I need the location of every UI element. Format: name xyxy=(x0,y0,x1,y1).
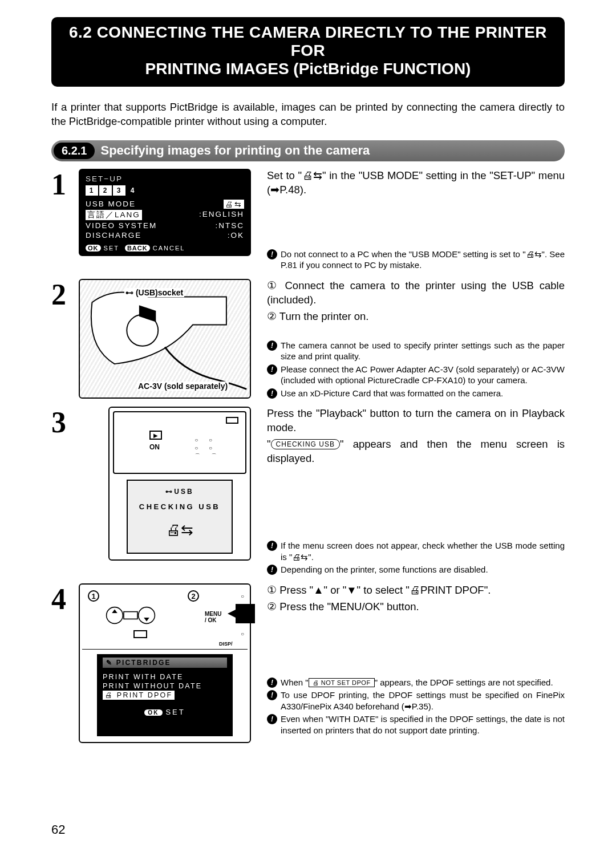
lcd-pictbridge-menu: ✎ PICTBRIDGE PRINT WITH DATE PRINT WITHO… xyxy=(97,654,233,736)
step2-instruction-2: ② Turn the printer on. xyxy=(267,310,565,324)
row-video: VIDEO SYSTEM xyxy=(86,221,157,230)
step4-note-2: !To use DPOF printing, the DPOF settings… xyxy=(267,689,565,712)
lcd-setup-screen: SET−UP 1 2 3 4 USB MODE🖨⇆ 言語／LANG:ENGLIS… xyxy=(80,170,250,255)
step-number: 1 xyxy=(51,169,79,256)
intro-text: If a printer that supports PictBridge is… xyxy=(51,100,565,129)
step4-instruction-2: ② Press the "MENU/OK" button. xyxy=(267,600,565,614)
menu-select-illustration: 1 2 MENU / OK DISP/ xyxy=(79,583,251,743)
battery-icon xyxy=(133,630,147,638)
menu-ok-label: MENU / OK xyxy=(205,611,221,623)
ok-pill: OK xyxy=(86,245,101,251)
step4-note-1: !When "🖨 NOT SET DPOF" appears, the DPOF… xyxy=(267,677,565,688)
step-4: 4 1 2 MENU / OK xyxy=(51,583,565,743)
svg-marker-4 xyxy=(112,609,117,612)
step3-note-2: !Depending on the printer, some function… xyxy=(267,564,565,575)
caution-icon: ! xyxy=(267,364,277,375)
dots-icon: ○ ○○ ○⌒ ⌒ xyxy=(194,436,221,460)
row-lang: 言語／LANG xyxy=(86,210,142,220)
page-number: 62 xyxy=(51,822,65,837)
caution-icon: ! xyxy=(267,678,277,688)
playback-illustration: ▶ ON ○ ○○ ○⌒ ⌒ ⊷USB CHECKING USB 🖨⇆ xyxy=(108,407,251,561)
tab-4: 4 xyxy=(127,185,139,196)
lcd-footer: OK SET BACK CANCEL xyxy=(86,245,244,251)
lcd-checking-screen: ⊷USB CHECKING USB 🖨⇆ xyxy=(127,480,233,554)
disp-label: DISP/ xyxy=(219,641,233,647)
tab-2: 2 xyxy=(99,185,112,196)
pictbridge-icon: 🖨⇆ xyxy=(128,521,232,539)
step3-instruction-a: Press the "Playback" button to turn the … xyxy=(267,407,565,435)
cancel-label: CANCEL xyxy=(153,245,185,251)
callout-2-icon: 2 xyxy=(188,590,199,602)
back-pill: BACK xyxy=(125,245,150,251)
caution-icon: ! xyxy=(267,541,277,551)
usb-label: ⊷USB xyxy=(128,488,232,496)
subsection-label: Specifying images for printing on the ca… xyxy=(100,143,370,158)
row-discharge-val: :OK xyxy=(228,231,244,240)
ok-pill: OK xyxy=(144,709,162,716)
section-title: 6.2 CONNECTING THE CAMERA DIRECTLY TO TH… xyxy=(51,17,565,87)
step4-note-3: !Even when "WITH DATE" is specified in t… xyxy=(267,713,565,736)
step-1: 1 SET−UP 1 2 3 4 USB MODE🖨⇆ 言語／LANG:ENG xyxy=(51,168,565,273)
row-discharge: DISCHARGE xyxy=(86,231,141,240)
step3-instruction-b: "CHECKING USB" appears and then the menu… xyxy=(267,437,565,466)
row-lang-val: :ENGLISH xyxy=(199,210,244,220)
step2-note-3: !Use an xD-Picture Card that was formatt… xyxy=(267,388,565,399)
svg-marker-6 xyxy=(144,618,149,621)
not-set-dpof-box: 🖨 NOT SET DPOF xyxy=(309,678,375,687)
step-number: 2 xyxy=(51,279,79,399)
menu-item-print-dpof: 🖨 PRINT DPOF xyxy=(103,691,175,700)
title-line-2: PRINTING IMAGES (PictBridge FUNCTION) xyxy=(64,60,552,78)
usb-socket-label: ⊷ (USB)socket xyxy=(124,288,184,297)
step-2: 2 ⊷ (USB)socket AC-3V (sold separately) xyxy=(51,278,565,400)
checking-usb-label: CHECKING USB xyxy=(128,502,232,511)
playback-icon: ▶ xyxy=(149,431,162,440)
dpad-icon xyxy=(99,604,162,627)
step2-note-2: !Please connect the AC Power Adapter AC-… xyxy=(267,364,565,386)
row-video-val: :NTSC xyxy=(216,221,245,230)
step2-note-1: !The camera cannot be used to specify pr… xyxy=(267,340,565,362)
side-dots-icon: ○○○○ xyxy=(241,590,244,640)
step-number: 3 xyxy=(51,407,79,561)
lcd-tabs: 1 2 3 4 xyxy=(86,185,244,196)
caution-icon: ! xyxy=(267,714,277,724)
step2-instruction-1: ① Connect the camera to the printer usin… xyxy=(267,279,565,307)
lcd-header: SET−UP xyxy=(86,175,244,183)
menu-item-with-date: PRINT WITH DATE xyxy=(103,672,227,681)
battery-icon xyxy=(226,417,238,424)
step3-note-1: !If the menu screen does not appear, che… xyxy=(267,540,565,562)
step4-instruction-1: ① Press "▲" or "▼" to select "🖨PRINT DPO… xyxy=(267,583,565,598)
on-label: ON xyxy=(149,443,160,451)
step1-instruction: Set to "🖨⇆" in the "USB MODE" setting in… xyxy=(267,169,565,197)
svg-rect-7 xyxy=(124,611,137,619)
caution-icon: ! xyxy=(267,340,277,351)
set-label: SET xyxy=(165,708,185,716)
caution-icon: ! xyxy=(267,388,277,399)
subsection-number: 6.2.1 xyxy=(54,143,95,159)
caution-icon: ! xyxy=(267,249,277,259)
ac3v-label: AC-3V (sold separately) xyxy=(137,382,229,391)
row-usb-mode: USB MODE xyxy=(86,200,136,209)
step1-note-1: !Do not connect to a PC when the "USB MO… xyxy=(267,249,565,271)
title-line-1: 6.2 CONNECTING THE CAMERA DIRECTLY TO TH… xyxy=(64,23,552,60)
step-3: 3 ▶ ON ○ ○○ ○⌒ ⌒ ⊷USB CHECKING USB 🖨⇆ xyxy=(51,406,565,577)
tab-1: 1 xyxy=(86,185,98,196)
callout-1-icon: 1 xyxy=(88,590,99,602)
lcd-menu-header: ✎ PICTBRIDGE xyxy=(103,658,227,668)
step-number: 4 xyxy=(51,583,79,743)
tab-3: 3 xyxy=(113,185,125,196)
ok-set-footer: OK SET xyxy=(103,708,227,716)
row-usb-mode-val: 🖨⇆ xyxy=(224,200,244,209)
set-label: SET xyxy=(104,245,119,251)
caution-icon: ! xyxy=(267,690,277,700)
checking-usb-pill: CHECKING USB xyxy=(271,439,340,449)
subsection-bar: 6.2.1 Specifying images for printing on … xyxy=(51,140,565,161)
usb-connection-illustration: ⊷ (USB)socket AC-3V (sold separately) xyxy=(79,279,251,399)
caution-icon: ! xyxy=(267,565,277,575)
menu-item-without-date: PRINT WITHOUT DATE xyxy=(103,681,227,691)
